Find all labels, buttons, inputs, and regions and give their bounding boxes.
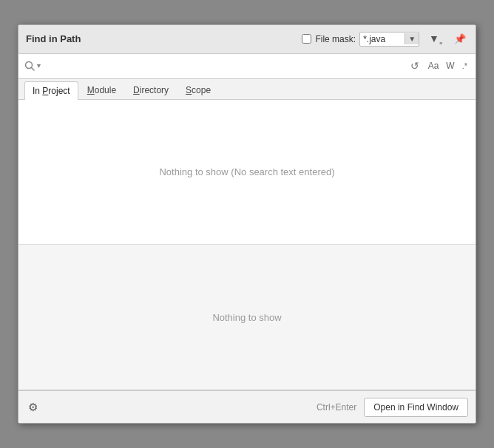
undo-icon: ↺ [410,60,419,72]
file-mask-dropdown-button[interactable]: ▼ [405,33,419,44]
pin-button[interactable]: 📌 [452,31,468,47]
tabs-bar: In Project Module Directory Scope [18,79,476,100]
file-mask-input[interactable] [360,33,405,46]
file-mask-input-wrapper: ▼ [359,32,419,47]
footer: ⚙ Ctrl+Enter Open in Find Window [18,390,476,423]
tab-directory[interactable]: Directory [125,81,177,99]
tab-scope[interactable]: Scope [177,81,219,99]
search-actions: Aa W .* [426,59,470,72]
undo-button[interactable]: ↺ [407,58,422,73]
file-mask-label: File mask: [315,34,356,44]
results-bottom-empty-text: Nothing to show [212,312,281,323]
results-panel: Nothing to show (No search text entered)… [18,100,476,390]
search-input[interactable] [46,61,404,72]
search-bar: ▼ ↺ Aa W .* [18,54,476,79]
regex-button[interactable]: .* [460,60,470,72]
file-mask-area: File mask: ▼ [302,32,419,47]
tab-in-project[interactable]: In Project [24,81,78,100]
settings-icon: ⚙ [28,401,38,413]
pin-icon: 📌 [454,33,466,44]
settings-button[interactable]: ⚙ [26,398,40,416]
match-case-button[interactable]: Aa [426,59,441,72]
tab-module[interactable]: Module [79,81,124,99]
find-in-path-window: Find in Path File mask: ▼ ▼≡ 📌 ▼ ↺ [18,24,476,424]
title-bar: Find in Path File mask: ▼ ▼≡ 📌 [18,25,476,54]
keyboard-shortcut-hint: Ctrl+Enter [317,402,356,413]
results-top-empty-text: Nothing to show (No search text entered) [159,166,334,177]
results-top-panel: Nothing to show (No search text entered) [18,100,476,245]
whole-word-button[interactable]: W [444,59,456,72]
window-title: Find in Path [26,33,81,44]
filter-button[interactable]: ▼≡ [427,30,444,48]
footer-left: ⚙ [26,398,40,416]
file-mask-checkbox[interactable] [302,34,311,44]
results-bottom-panel: Nothing to show [18,245,476,390]
search-icon: ▼ [24,61,42,71]
filter-icon: ▼≡ [429,33,442,46]
open-in-find-window-button[interactable]: Open in Find Window [364,398,468,417]
svg-line-1 [32,68,35,71]
